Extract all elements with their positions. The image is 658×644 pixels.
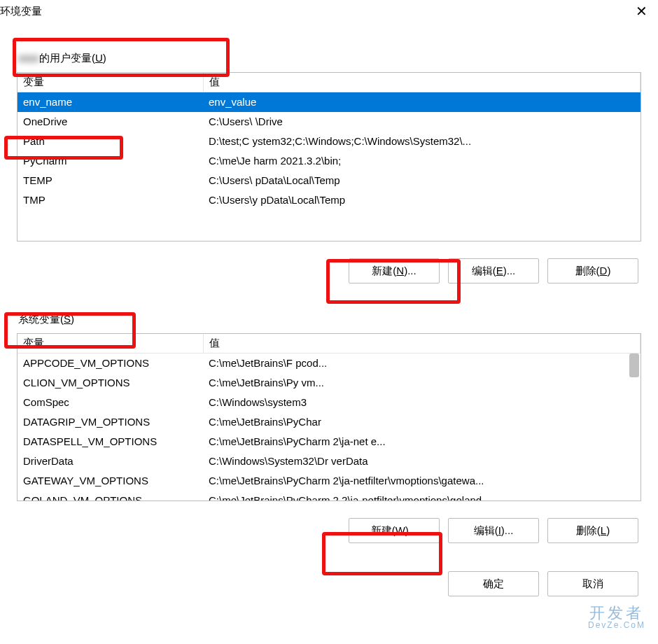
cell-val: C:\me\JetBrains\PyCharm 2 2\ja-netfilter… [203, 491, 640, 502]
cell-var: ComSpec [18, 393, 203, 412]
cell-val: C:\me\JetBrains\PyChar [203, 412, 640, 432]
cancel-button[interactable]: 取消 [547, 571, 638, 596]
table-row[interactable]: TEMPC:\Users\ pData\Local\Temp [18, 171, 640, 190]
cell-val: C:\Users\ \Drive [203, 112, 640, 132]
table-row[interactable]: DATAGRIP_VM_OPTIONSC:\me\JetBrains\PyCha… [18, 412, 640, 432]
table-row[interactable]: GOLAND_VM_OPTIONSC:\me\JetBrains\PyCharm… [18, 491, 640, 502]
table-row[interactable]: TMPC:\Users\y pData\Local\Temp [18, 190, 640, 210]
table-row[interactable]: env_nameenv_value [18, 92, 640, 112]
cell-var: DATASPELL_VM_OPTIONS [18, 432, 203, 451]
table-row[interactable]: OneDriveC:\Users\ \Drive [18, 112, 640, 132]
cell-var: Path [18, 132, 203, 151]
user-delete-button[interactable]: 删除(D) [547, 258, 638, 284]
close-icon[interactable]: ✕ [630, 3, 652, 20]
scrollbar-thumb[interactable] [629, 354, 639, 377]
ok-button[interactable]: 确定 [448, 571, 539, 596]
cell-val: C:\Windows\System32\Dr verData [203, 451, 640, 471]
sys-edit-button[interactable]: 编辑(I)... [448, 518, 539, 543]
cell-var: PyCharm [18, 151, 203, 171]
cell-var: CLION_VM_OPTIONS [18, 373, 203, 393]
cell-val: C:\me\JetBrains\F pcod... [203, 354, 640, 373]
cell-var: APPCODE_VM_OPTIONS [18, 354, 203, 373]
col-header-val[interactable]: 值 [203, 334, 640, 354]
window-title: 环境变量 [0, 5, 42, 18]
user-edit-button[interactable]: 编辑(E)... [448, 258, 539, 284]
cell-val: C:\me\JetBrains\PyCharm 2\ja-netfilter\v… [203, 471, 640, 491]
table-row[interactable]: DriverDataC:\Windows\System32\Dr verData [18, 451, 640, 471]
redacted-username: xxxx [18, 52, 39, 64]
cell-var: DriverData [18, 451, 203, 471]
cell-var: GATEWAY_VM_OPTIONS [18, 471, 203, 491]
user-new-button[interactable]: 新建(N)... [349, 258, 440, 284]
cell-val: D:\test;C ystem32;C:\Windows;C:\Windows\… [203, 132, 640, 151]
cell-var: env_name [18, 92, 203, 112]
cell-val: C:\me\JetBrains\PyCharm 2\ja-net e... [203, 432, 640, 451]
col-header-var[interactable]: 变量 [18, 73, 203, 92]
cell-var: TMP [18, 190, 203, 210]
table-row[interactable]: APPCODE_VM_OPTIONSC:\me\JetBrains\F pcod… [18, 354, 640, 373]
titlebar: 环境变量 ✕ [0, 0, 658, 22]
table-row[interactable]: PathD:\test;C ystem32;C:\Windows;C:\Wind… [18, 132, 640, 151]
table-row[interactable]: PyCharmC:\me\Je harm 2021.3.2\bin; [18, 151, 640, 171]
cell-val: C:\Windows\system3 [203, 393, 640, 412]
cell-val: C:\me\Je harm 2021.3.2\bin; [203, 151, 640, 171]
sys-delete-button[interactable]: 删除(L) [547, 518, 638, 543]
table-row[interactable]: CLION_VM_OPTIONSC:\me\JetBrains\Py vm... [18, 373, 640, 393]
sys-new-button[interactable]: 新建(W)... [349, 518, 440, 543]
user-vars-label: xxxx的用户变量(U) [17, 48, 641, 72]
cell-val: C:\Users\y pData\Local\Temp [203, 190, 640, 210]
system-vars-table[interactable]: 变量 值 APPCODE_VM_OPTIONSC:\me\JetBrains\F… [17, 333, 641, 501]
table-row[interactable]: ComSpecC:\Windows\system3 [18, 393, 640, 412]
cell-var: TEMP [18, 171, 203, 190]
cell-var: GOLAND_VM_OPTIONS [18, 491, 203, 502]
system-vars-label: 系统变量(S) [17, 309, 641, 333]
cell-var: DATAGRIP_VM_OPTIONS [18, 412, 203, 432]
col-header-val[interactable]: 值 [203, 73, 640, 92]
cell-val: C:\me\JetBrains\Py vm... [203, 373, 640, 393]
table-row[interactable]: GATEWAY_VM_OPTIONSC:\me\JetBrains\PyChar… [18, 471, 640, 491]
table-row[interactable]: DATASPELL_VM_OPTIONSC:\me\JetBrains\PyCh… [18, 432, 640, 451]
cell-var: OneDrive [18, 112, 203, 132]
col-header-var[interactable]: 变量 [18, 334, 203, 354]
user-vars-table[interactable]: 变量 值 env_nameenv_valueOneDriveC:\Users\ … [17, 72, 641, 241]
cell-val: C:\Users\ pData\Local\Temp [203, 171, 640, 190]
cell-val: env_value [203, 92, 640, 112]
